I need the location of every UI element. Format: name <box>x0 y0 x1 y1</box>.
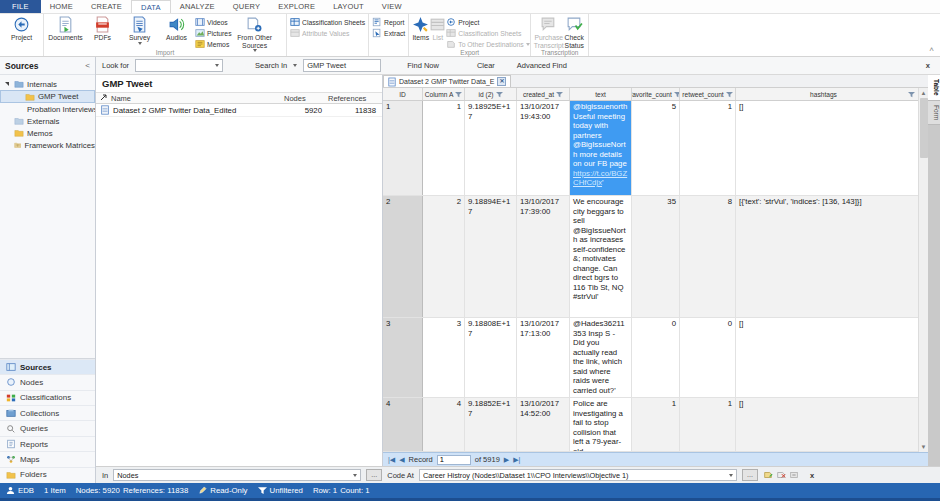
table-row[interactable]: 2 2 9.18894E+17 13/10/2017 17:39:00 We e… <box>383 196 918 318</box>
cell-text[interactable]: Police are investigating a fail to stop … <box>570 398 632 451</box>
cell-id2[interactable]: 9.18925E+17 <box>465 101 517 195</box>
tree-item-framework-matrices[interactable]: Framework Matrices <box>0 139 95 151</box>
tab-table[interactable]: Table <box>928 75 940 101</box>
audios-button[interactable]: Audios <box>158 15 195 43</box>
grid-column-id2[interactable]: id (2) <box>465 88 517 100</box>
sidebar-item-nodes[interactable]: Nodes <box>0 374 95 389</box>
cell-favorite-count[interactable]: 35 <box>632 196 680 317</box>
cell-text[interactable]: We encourage city beggars to sell @BigIs… <box>570 196 632 317</box>
tab-home[interactable]: HOME <box>41 0 82 13</box>
grid-column-text[interactable]: text <box>570 88 632 100</box>
export-items-button[interactable]: Items <box>412 15 429 43</box>
last-record-icon[interactable]: ▶| <box>513 456 520 464</box>
cell-id2[interactable]: 9.18808E+17 <box>465 318 517 397</box>
spread-coding-icon[interactable] <box>789 470 799 480</box>
collapse-panel-icon[interactable]: < <box>85 61 90 70</box>
expander-icon[interactable] <box>5 82 9 86</box>
cell-retweet-count[interactable]: 8 <box>680 196 736 317</box>
sidebar-item-classifications[interactable]: Classifications <box>0 390 95 405</box>
filter-indicator[interactable]: Unfiltered <box>258 486 303 495</box>
close-tab-icon[interactable]: ✕ <box>497 77 506 86</box>
cell-created-at[interactable]: 13/10/2017 17:13:00 <box>517 318 570 397</box>
list-item[interactable]: Dataset 2 GMP Twitter Data_Edited 5920 1… <box>96 104 382 117</box>
cell-text-selected[interactable]: @bigissuenorth Useful meeting today with… <box>570 101 632 195</box>
sidebar-item-collections[interactable]: Collections <box>0 405 95 420</box>
filter-icon[interactable] <box>908 91 915 98</box>
pdfs-button[interactable]: PDFs <box>84 15 121 43</box>
row-header[interactable]: 2 <box>383 196 423 317</box>
code-in-select[interactable]: Nodes <box>113 469 361 481</box>
pictures-button[interactable]: Pictures <box>195 28 232 38</box>
table-row[interactable]: 3 3 9.18808E+17 13/10/2017 17:13:00 @Had… <box>383 318 918 398</box>
advanced-find-button[interactable]: Advanced Find <box>513 61 571 70</box>
chevron-down-icon[interactable] <box>293 64 297 67</box>
cell-hashtags[interactable]: [] <box>736 101 918 195</box>
column-header-references[interactable]: References <box>328 94 382 103</box>
scroll-down-icon[interactable]: ▼ <box>921 442 927 452</box>
report-button[interactable]: Report <box>372 17 405 27</box>
cell-favorite-count[interactable]: 1 <box>632 398 680 451</box>
cell-retweet-count[interactable]: 1 <box>680 398 736 451</box>
tree-item-probation-interviews[interactable]: Probation Interviews <box>0 103 95 115</box>
documents-button[interactable]: Documents <box>47 15 84 43</box>
sidebar-item-maps[interactable]: Maps <box>0 451 95 466</box>
browse-code-at-button[interactable]: ... <box>742 469 758 481</box>
cell-text[interactable]: @Hades36211353 Insp S - Did you actually… <box>570 318 632 397</box>
sidebar-item-reports[interactable]: Reports <box>0 436 95 451</box>
cell-column-a[interactable]: 4 <box>423 398 465 451</box>
document-tab[interactable]: Dataset 2 GMP Twitter Data_E ✕ <box>383 75 511 87</box>
previous-record-icon[interactable]: ◀ <box>399 456 404 464</box>
classification-sheets-button[interactable]: Classification Sheets <box>290 17 365 27</box>
sidebar-item-queries[interactable]: Queries <box>0 420 95 435</box>
read-only-indicator[interactable]: Read-Only <box>198 486 247 495</box>
scrollbar-thumb[interactable] <box>920 98 928 158</box>
cell-column-a[interactable]: 2 <box>423 196 465 317</box>
tab-view[interactable]: VIEW <box>373 0 411 13</box>
cell-retweet-count[interactable]: 0 <box>680 318 736 397</box>
clear-button[interactable]: Clear <box>473 61 499 70</box>
cell-hashtags[interactable]: [{'text': 'strVul', 'indices': [136, 143… <box>736 196 918 317</box>
cell-created-at[interactable]: 13/10/2017 14:52:00 <box>517 398 570 451</box>
column-header-nodes[interactable]: Nodes <box>284 94 328 103</box>
survey-button[interactable]: Survey <box>121 15 158 46</box>
extract-button[interactable]: Extract <box>372 28 405 38</box>
cell-column-a[interactable]: 3 <box>423 318 465 397</box>
tab-explore[interactable]: EXPLORE <box>269 0 324 13</box>
grid-column-hashtags[interactable]: hashtags <box>736 88 918 100</box>
cell-created-at[interactable]: 13/10/2017 17:39:00 <box>517 196 570 317</box>
project-button[interactable]: Project <box>3 15 40 43</box>
search-scope-box[interactable]: GMP Tweet <box>303 59 381 72</box>
cell-hashtags[interactable]: [] <box>736 318 918 397</box>
cell-favorite-count[interactable]: 0 <box>632 318 680 397</box>
record-number-input[interactable] <box>437 455 471 465</box>
grid-column-retweet-count[interactable]: retweet_count <box>680 88 736 100</box>
tab-analyze[interactable]: ANALYZE <box>171 0 224 13</box>
row-header[interactable]: 1 <box>383 101 423 195</box>
tab-query[interactable]: QUERY <box>224 0 270 13</box>
browse-nodes-button[interactable]: ... <box>366 469 382 481</box>
scroll-up-icon[interactable]: ▲ <box>921 88 927 98</box>
table-row[interactable]: 1 1 9.18925E+17 13/10/2017 19:43:00 @big… <box>383 101 918 196</box>
cell-hashtags[interactable]: [] <box>736 398 918 451</box>
column-header-name[interactable]: Name <box>96 94 284 103</box>
videos-button[interactable]: Videos <box>195 17 232 27</box>
tree-item-externals[interactable]: Externals <box>0 115 95 127</box>
code-at-select[interactable]: Career Histroy (Nodes\\Dataset 1\\CPO In… <box>419 469 737 481</box>
tab-form[interactable]: Form <box>928 101 940 125</box>
tweet-link[interactable]: https://t.co/BGZCHfCdjx <box>573 169 627 188</box>
tab-layout[interactable]: LAYOUT <box>324 0 373 13</box>
code-selection-icon[interactable] <box>763 470 773 480</box>
next-record-icon[interactable]: ▶ <box>504 456 509 464</box>
uncode-selection-icon[interactable] <box>776 470 786 480</box>
cell-id2[interactable]: 9.18894E+17 <box>465 196 517 317</box>
tab-data[interactable]: DATA <box>131 0 171 13</box>
close-find-bar-button[interactable]: x <box>926 61 934 70</box>
cell-column-a[interactable]: 1 <box>423 101 465 195</box>
memos-button[interactable]: Memos <box>195 39 232 49</box>
tab-create[interactable]: CREATE <box>82 0 131 13</box>
look-for-input[interactable] <box>135 59 223 72</box>
find-now-button[interactable]: Find Now <box>403 61 443 70</box>
close-coding-bar-button[interactable]: x <box>806 471 818 480</box>
table-row[interactable]: 4 4 9.18852E+17 13/10/2017 14:52:00 Poli… <box>383 398 918 452</box>
tree-item-internals[interactable]: Internals <box>0 78 95 90</box>
